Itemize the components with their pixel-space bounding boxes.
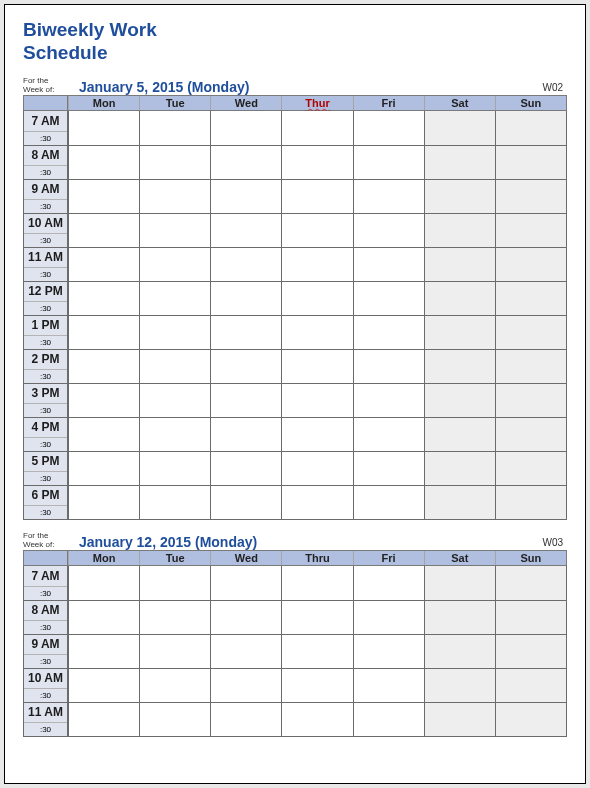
- schedule-cell[interactable]: [495, 383, 566, 417]
- schedule-cell[interactable]: [353, 315, 424, 349]
- schedule-cell[interactable]: [353, 485, 424, 519]
- schedule-cell[interactable]: [281, 315, 352, 349]
- schedule-cell[interactable]: [281, 349, 352, 383]
- schedule-cell[interactable]: [495, 315, 566, 349]
- schedule-cell[interactable]: [424, 702, 495, 736]
- schedule-cell[interactable]: [139, 247, 210, 281]
- schedule-cell[interactable]: [139, 383, 210, 417]
- schedule-cell[interactable]: [424, 213, 495, 247]
- schedule-cell[interactable]: [68, 485, 139, 519]
- schedule-cell[interactable]: [281, 417, 352, 451]
- schedule-cell[interactable]: [68, 451, 139, 485]
- schedule-cell[interactable]: [210, 213, 281, 247]
- schedule-cell[interactable]: [139, 634, 210, 668]
- schedule-cell[interactable]: [424, 417, 495, 451]
- schedule-cell[interactable]: [210, 668, 281, 702]
- schedule-cell[interactable]: [68, 600, 139, 634]
- schedule-cell[interactable]: [424, 451, 495, 485]
- schedule-cell[interactable]: [68, 111, 139, 145]
- schedule-cell[interactable]: [281, 566, 352, 600]
- schedule-cell[interactable]: [353, 634, 424, 668]
- schedule-cell[interactable]: [210, 315, 281, 349]
- schedule-cell[interactable]: [353, 179, 424, 213]
- schedule-cell[interactable]: [424, 668, 495, 702]
- schedule-cell[interactable]: [68, 702, 139, 736]
- schedule-cell[interactable]: [424, 315, 495, 349]
- schedule-cell[interactable]: [424, 281, 495, 315]
- schedule-cell[interactable]: [495, 417, 566, 451]
- schedule-cell[interactable]: [424, 566, 495, 600]
- schedule-cell[interactable]: [353, 417, 424, 451]
- schedule-cell[interactable]: [281, 383, 352, 417]
- schedule-cell[interactable]: [139, 111, 210, 145]
- schedule-cell[interactable]: [281, 213, 352, 247]
- schedule-cell[interactable]: [210, 566, 281, 600]
- schedule-cell[interactable]: [424, 485, 495, 519]
- schedule-cell[interactable]: [139, 145, 210, 179]
- schedule-cell[interactable]: [139, 213, 210, 247]
- schedule-cell[interactable]: [495, 281, 566, 315]
- schedule-cell[interactable]: [281, 179, 352, 213]
- schedule-cell[interactable]: [139, 451, 210, 485]
- schedule-cell[interactable]: [495, 349, 566, 383]
- schedule-cell[interactable]: [210, 145, 281, 179]
- schedule-cell[interactable]: [353, 451, 424, 485]
- schedule-cell[interactable]: [353, 111, 424, 145]
- schedule-cell[interactable]: [495, 566, 566, 600]
- schedule-cell[interactable]: [68, 668, 139, 702]
- schedule-cell[interactable]: [353, 213, 424, 247]
- schedule-cell[interactable]: [139, 315, 210, 349]
- schedule-cell[interactable]: [68, 145, 139, 179]
- schedule-cell[interactable]: [495, 485, 566, 519]
- schedule-cell[interactable]: [210, 417, 281, 451]
- schedule-cell[interactable]: [495, 451, 566, 485]
- schedule-cell[interactable]: [68, 179, 139, 213]
- schedule-cell[interactable]: [139, 179, 210, 213]
- schedule-cell[interactable]: [353, 668, 424, 702]
- schedule-cell[interactable]: [68, 213, 139, 247]
- schedule-cell[interactable]: [281, 668, 352, 702]
- schedule-cell[interactable]: [210, 702, 281, 736]
- schedule-cell[interactable]: [353, 281, 424, 315]
- schedule-cell[interactable]: [424, 383, 495, 417]
- schedule-cell[interactable]: [353, 566, 424, 600]
- schedule-cell[interactable]: [139, 485, 210, 519]
- schedule-cell[interactable]: [353, 383, 424, 417]
- schedule-cell[interactable]: [139, 600, 210, 634]
- schedule-cell[interactable]: [281, 451, 352, 485]
- schedule-cell[interactable]: [424, 349, 495, 383]
- schedule-cell[interactable]: [210, 600, 281, 634]
- schedule-cell[interactable]: [424, 179, 495, 213]
- schedule-cell[interactable]: [495, 634, 566, 668]
- schedule-cell[interactable]: [424, 111, 495, 145]
- schedule-cell[interactable]: [68, 281, 139, 315]
- schedule-cell[interactable]: [139, 417, 210, 451]
- schedule-cell[interactable]: [281, 281, 352, 315]
- schedule-cell[interactable]: [424, 634, 495, 668]
- schedule-cell[interactable]: [281, 600, 352, 634]
- schedule-cell[interactable]: [68, 634, 139, 668]
- schedule-cell[interactable]: [210, 634, 281, 668]
- schedule-cell[interactable]: [210, 247, 281, 281]
- schedule-cell[interactable]: [495, 111, 566, 145]
- schedule-cell[interactable]: [495, 247, 566, 281]
- schedule-cell[interactable]: [495, 213, 566, 247]
- schedule-cell[interactable]: [139, 349, 210, 383]
- schedule-cell[interactable]: [495, 668, 566, 702]
- schedule-cell[interactable]: [281, 247, 352, 281]
- schedule-cell[interactable]: [139, 702, 210, 736]
- schedule-cell[interactable]: [139, 281, 210, 315]
- schedule-cell[interactable]: [210, 179, 281, 213]
- schedule-cell[interactable]: [424, 145, 495, 179]
- schedule-cell[interactable]: [495, 179, 566, 213]
- schedule-cell[interactable]: [281, 634, 352, 668]
- schedule-cell[interactable]: [68, 315, 139, 349]
- schedule-cell[interactable]: [353, 600, 424, 634]
- schedule-cell[interactable]: [210, 281, 281, 315]
- schedule-cell[interactable]: [353, 349, 424, 383]
- schedule-cell[interactable]: [353, 702, 424, 736]
- schedule-cell[interactable]: [210, 485, 281, 519]
- schedule-cell[interactable]: [68, 349, 139, 383]
- schedule-cell[interactable]: [68, 247, 139, 281]
- schedule-cell[interactable]: [424, 600, 495, 634]
